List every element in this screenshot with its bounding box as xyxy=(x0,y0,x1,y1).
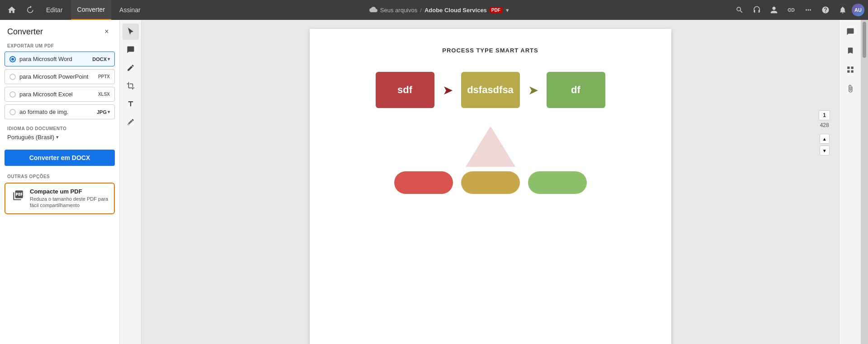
radio-word[interactable] xyxy=(9,56,16,62)
option-label-word: para Microsoft Word xyxy=(19,56,89,62)
compact-title: Compacte um PDF xyxy=(30,188,108,195)
compact-option[interactable]: Compacte um PDF Reduza o tamanho deste P… xyxy=(5,183,115,214)
sa-pill-1 xyxy=(394,171,453,194)
lang-dropdown-arrow: ▾ xyxy=(56,134,59,140)
scroll-down-button[interactable]: ▼ xyxy=(820,146,830,156)
compact-pdf-icon xyxy=(11,188,25,203)
main-area: Converter × EXPORTAR UM PDF para Microso… xyxy=(0,20,868,344)
tool-comment[interactable] xyxy=(123,42,139,58)
sa-box-sdf: sdf xyxy=(376,72,434,108)
sa-box-dsfasdfsa: dsfasdfsa xyxy=(461,72,520,108)
bell-button[interactable] xyxy=(835,2,851,18)
history-button[interactable] xyxy=(22,2,38,18)
format-badge-xlsx: XLSX xyxy=(98,92,110,97)
nav-right: AU xyxy=(731,2,864,18)
lang-select[interactable]: Português (Brasil) ▾ xyxy=(7,134,112,141)
right-attach-button[interactable] xyxy=(842,80,859,97)
pdf-page: PROCESS TYPE SMART ARTS sdf ➤ dsfasdfsa … xyxy=(310,29,671,344)
nav-left: Editar Converter Assinar xyxy=(4,0,147,20)
headphones-button[interactable] xyxy=(749,2,765,18)
format-badge-pptx: PPTX xyxy=(98,74,110,79)
right-grid-button[interactable] xyxy=(842,61,859,78)
convert-option-img[interactable]: ao formato de img. JPG ▾ xyxy=(5,104,115,119)
sidebar-title: Converter xyxy=(7,27,43,37)
left-sidebar: Converter × EXPORTAR UM PDF para Microso… xyxy=(0,20,120,344)
option-label-img: ao formato de img. xyxy=(19,108,93,115)
format-dropdown-word[interactable]: DOCX ▾ xyxy=(92,57,110,62)
page-controls: 1 428 ▲ ▼ xyxy=(819,110,830,156)
doc-lang-label: Idioma do documento xyxy=(7,126,112,131)
search-button[interactable] xyxy=(731,2,748,18)
tool-select[interactable] xyxy=(123,24,139,40)
sa-arrow-1: ➤ xyxy=(443,83,453,98)
smart-art-row-1: sdf ➤ dsfasdfsa ➤ df xyxy=(337,72,644,108)
smart-art-row-2 xyxy=(337,171,644,194)
page-title: PROCESS TYPE SMART ARTS xyxy=(337,47,644,54)
sidebar-header: Converter × xyxy=(0,20,119,40)
sa-arrow-2: ➤ xyxy=(528,83,538,98)
right-bookmark-button[interactable] xyxy=(842,42,859,59)
convert-option-xlsx[interactable]: para Microsoft Excel XLSX xyxy=(5,87,115,102)
option-label-xlsx: para Microsoft Excel xyxy=(19,91,94,98)
breadcrumb-sep: / xyxy=(420,7,422,14)
pdf-badge: PDF xyxy=(490,7,502,13)
tool-crop[interactable] xyxy=(123,78,139,94)
dropdown-arrow-img: ▾ xyxy=(108,109,110,114)
cloud-icon xyxy=(369,5,377,15)
convert-option-pptx[interactable]: para Microsoft PowerPoint PPTX xyxy=(5,69,115,84)
page-count: 428 xyxy=(820,122,829,128)
convert-option-word[interactable]: para Microsoft Word DOCX ▾ xyxy=(5,52,115,66)
triangle-area xyxy=(337,126,644,167)
service-name: Adobe Cloud Services xyxy=(425,7,487,14)
content-area: PROCESS TYPE SMART ARTS sdf ➤ dsfasdfsa … xyxy=(142,20,839,344)
tool-signature[interactable] xyxy=(123,114,139,130)
other-options-label: OUTRAS OPÇÕES xyxy=(0,170,119,181)
nav-assinar[interactable]: Assinar xyxy=(113,0,147,20)
nav-converter[interactable]: Converter xyxy=(71,0,111,20)
dropdown-arrow-word: ▾ xyxy=(108,57,110,61)
sidebar-close-button[interactable]: × xyxy=(101,26,112,37)
toolbar xyxy=(120,20,142,344)
page-number-badge: 1 xyxy=(819,110,830,120)
account-button[interactable] xyxy=(766,2,782,18)
radio-pptx[interactable] xyxy=(9,74,16,80)
top-nav: Editar Converter Assinar Seus arquivos /… xyxy=(0,0,868,20)
option-label-pptx: para Microsoft PowerPoint xyxy=(19,73,94,80)
sa-pill-3 xyxy=(528,171,587,194)
sa-pill-2 xyxy=(461,171,520,194)
nav-center: Seus arquivos / Adobe Cloud Services PDF… xyxy=(147,5,731,15)
home-button[interactable] xyxy=(4,2,20,18)
radio-xlsx[interactable] xyxy=(9,91,16,98)
help-button[interactable] xyxy=(817,2,834,18)
avatar[interactable]: AU xyxy=(852,4,864,16)
export-section-label: EXPORTAR UM PDF xyxy=(0,40,119,50)
radio-img[interactable] xyxy=(9,109,16,115)
nav-editar[interactable]: Editar xyxy=(40,0,69,20)
sa-box-df: df xyxy=(547,72,605,108)
right-comment-button[interactable] xyxy=(842,24,859,40)
compact-desc: Reduza o tamanho deste PDF para fácil co… xyxy=(30,196,108,209)
triangle-shape xyxy=(466,126,515,167)
convert-btn-wrap: Converter em DOCX xyxy=(0,143,119,170)
convert-button[interactable]: Converter em DOCX xyxy=(5,150,115,166)
right-panel xyxy=(839,20,861,344)
breadcrumb-dropdown-icon[interactable]: ▾ xyxy=(506,7,509,14)
link-button[interactable] xyxy=(783,2,799,18)
scroll-up-button[interactable]: ▲ xyxy=(820,134,830,144)
doc-lang-section: Idioma do documento Português (Brasil) ▾ xyxy=(0,121,119,143)
compact-text: Compacte um PDF Reduza o tamanho deste P… xyxy=(30,188,108,209)
scroll-thumb[interactable] xyxy=(863,22,866,58)
more-button[interactable] xyxy=(800,2,816,18)
tool-text[interactable] xyxy=(123,96,139,112)
format-dropdown-img[interactable]: JPG ▾ xyxy=(97,109,110,115)
tool-annotate[interactable] xyxy=(123,60,139,76)
scrollbar[interactable] xyxy=(861,20,868,344)
